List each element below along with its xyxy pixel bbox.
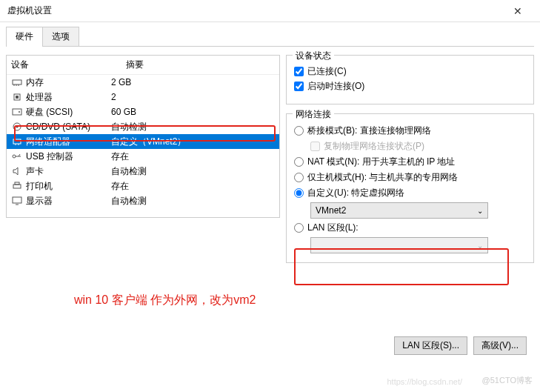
display-icon (11, 196, 23, 206)
col-summary: 摘要 (126, 59, 144, 71)
tab-options[interactable]: 选项 (42, 27, 79, 47)
chevron-down-icon: ⌄ (477, 242, 483, 250)
svg-rect-10 (13, 139, 21, 144)
lan-segment-select: ⌄ (310, 237, 488, 253)
network-icon (11, 136, 23, 147)
connected-checkbox[interactable]: 已连接(C) (294, 65, 526, 78)
tab-hardware[interactable]: 硬件 (6, 27, 43, 47)
close-icon[interactable]: ✕ (503, 5, 533, 17)
row-usb[interactable]: USB 控制器 存在 (7, 149, 279, 164)
svg-rect-6 (13, 109, 21, 115)
col-device: 设备 (11, 59, 126, 71)
replicate-checkbox: 复制物理网络连接状态(P) (310, 140, 526, 153)
custom-vmnet-select[interactable]: VMnet2 ⌄ (310, 202, 488, 219)
memory-icon (11, 77, 23, 87)
custom-radio[interactable]: 自定义(U): 特定虚拟网络 (294, 187, 526, 199)
row-cpu[interactable]: 处理器 2 (7, 90, 279, 104)
svg-point-7 (19, 111, 20, 113)
row-printer[interactable]: 打印机 存在 (7, 179, 279, 193)
svg-point-13 (13, 155, 16, 158)
watermark-url: https://blog.csdn.net/ (387, 377, 462, 386)
row-cd[interactable]: CD/DVD (SATA) 自动检测 (7, 119, 279, 134)
printer-icon (11, 181, 23, 191)
svg-rect-5 (16, 96, 19, 99)
tabs: 硬件 选项 (0, 22, 540, 47)
cpu-icon (11, 92, 23, 102)
sound-icon (11, 166, 23, 176)
row-network[interactable]: 网络适配器 自定义（VMnet2） (7, 134, 279, 149)
svg-rect-19 (13, 197, 21, 203)
usb-icon (11, 151, 23, 162)
lan-segment-radio[interactable]: LAN 区段(L): (294, 222, 526, 234)
svg-rect-0 (13, 80, 21, 84)
svg-marker-16 (13, 167, 18, 175)
watermark: @51CTO博客 (482, 375, 533, 386)
cd-icon (11, 122, 23, 132)
device-status-group: 设备状态 已连接(C) 启动时连接(O) (286, 55, 534, 104)
nat-radio[interactable]: NAT 模式(N): 用于共享主机的 IP 地址 (294, 156, 526, 168)
bridged-radio[interactable]: 桥接模式(B): 直接连接物理网络 (294, 124, 526, 137)
hostonly-radio[interactable]: 仅主机模式(H): 与主机共享的专用网络 (294, 171, 526, 184)
svg-rect-17 (13, 185, 21, 188)
row-sound[interactable]: 声卡 自动检测 (7, 164, 279, 179)
row-display[interactable]: 显示器 自动检测 (7, 193, 279, 208)
network-connection-title: 网络连接 (293, 108, 334, 121)
device-status-title: 设备状态 (293, 50, 334, 62)
disk-icon (11, 107, 23, 117)
chevron-down-icon: ⌄ (477, 207, 483, 215)
window-title: 虚拟机设置 (7, 4, 52, 17)
row-disk[interactable]: 硬盘 (SCSI) 60 GB (7, 104, 279, 119)
connect-on-poweron-checkbox[interactable]: 启动时连接(O) (294, 80, 526, 93)
lan-segments-button[interactable]: LAN 区段(S)... (394, 336, 467, 355)
svg-rect-18 (15, 182, 19, 185)
svg-point-9 (16, 126, 19, 128)
network-connection-group: 网络连接 桥接模式(B): 直接连接物理网络 复制物理网络连接状态(P) NAT… (286, 113, 534, 263)
hardware-list: 设备 摘要 内存 2 GB 处理器 2 硬盘 (SCSI) 60 GB CD/D… (6, 55, 280, 218)
titlebar: 虚拟机设置 ✕ (0, 0, 540, 22)
advanced-button[interactable]: 高级(V)... (473, 336, 527, 355)
row-memory[interactable]: 内存 2 GB (7, 75, 279, 90)
annotation-text: win 10 客户端 作为外网，改为vm2 (74, 293, 256, 308)
